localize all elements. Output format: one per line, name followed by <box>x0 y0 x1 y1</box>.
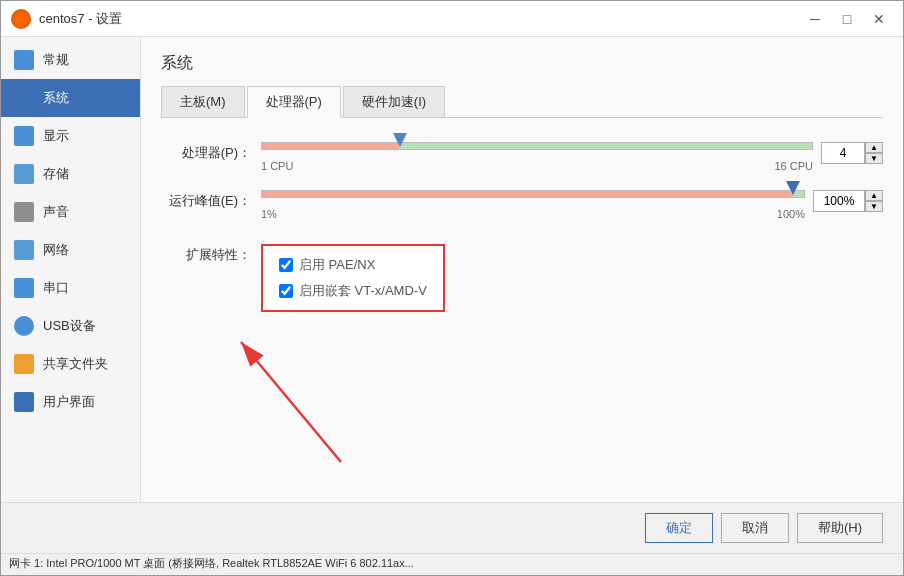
sidebar-item-general[interactable]: 常规 <box>1 41 140 79</box>
network-icon <box>13 239 35 261</box>
processor-slider-labels: 1 CPU 16 CPU <box>261 160 813 172</box>
execution-slider-thumb[interactable] <box>786 181 800 195</box>
pae-nx-row: 启用 PAE/NX <box>279 256 427 274</box>
sidebar-label-storage: 存储 <box>43 165 69 183</box>
pae-nx-label: 启用 PAE/NX <box>299 256 375 274</box>
section-title: 系统 <box>161 53 883 74</box>
processor-slider-wrapper <box>261 134 813 158</box>
usb-icon <box>13 315 35 337</box>
sidebar-label-shared: 共享文件夹 <box>43 355 108 373</box>
ui-icon <box>13 391 35 413</box>
close-button[interactable]: ✕ <box>865 8 893 30</box>
system-icon <box>13 87 35 109</box>
content-area: 常规 系统 显示 存储 <box>1 37 903 502</box>
sidebar-label-serial: 串口 <box>43 279 69 297</box>
sidebar-item-shared[interactable]: 共享文件夹 <box>1 345 140 383</box>
sidebar-item-system[interactable]: 系统 <box>1 79 140 117</box>
processor-label: 处理器(P)： <box>161 144 261 162</box>
display-icon <box>13 125 35 147</box>
sidebar-item-serial[interactable]: 串口 <box>1 269 140 307</box>
title-bar: centos7 - 设置 ─ □ ✕ <box>1 1 903 37</box>
sidebar: 常规 系统 显示 存储 <box>1 37 141 502</box>
sidebar-item-audio[interactable]: 声音 <box>1 193 140 231</box>
window-controls: ─ □ ✕ <box>801 8 893 30</box>
audio-icon <box>13 201 35 223</box>
processor-spinner-buttons: ▲ ▼ <box>865 142 883 164</box>
extended-properties-box: 启用 PAE/NX 启用嵌套 VT-x/AMD-V <box>261 244 445 312</box>
execution-value-input[interactable] <box>813 190 865 212</box>
processor-value-input[interactable] <box>821 142 865 164</box>
processor-spinner: ▲ ▼ <box>821 142 883 164</box>
tab-bar: 主板(M) 处理器(P) 硬件加速(I) <box>161 86 883 118</box>
processor-increment-button[interactable]: ▲ <box>865 142 883 153</box>
red-arrow-annotation <box>221 322 401 482</box>
footer: 确定 取消 帮助(H) <box>1 502 903 553</box>
storage-icon <box>13 163 35 185</box>
sidebar-item-usb[interactable]: USB设备 <box>1 307 140 345</box>
bottom-area: 确定 取消 帮助(H) 网卡 1: Intel PRO/1000 MT 桌面 (… <box>1 502 903 575</box>
help-button[interactable]: 帮助(H) <box>797 513 883 543</box>
execution-row: 运行峰值(E)： 1% 100% <box>161 182 883 220</box>
processor-slider-thumb[interactable] <box>393 133 407 147</box>
status-text: 网卡 1: Intel PRO/1000 MT 桌面 (桥接网络, Realte… <box>9 557 414 569</box>
sidebar-label-network: 网络 <box>43 241 69 259</box>
tab-acceleration[interactable]: 硬件加速(I) <box>343 86 445 117</box>
svg-line-1 <box>241 342 341 462</box>
processor-row: 处理器(P)： 1 CPU 16 CPU <box>161 134 883 172</box>
nested-vt-checkbox[interactable] <box>279 284 293 298</box>
execution-increment-button[interactable]: ▲ <box>865 190 883 201</box>
execution-slider-wrapper <box>261 182 805 206</box>
execution-label: 运行峰值(E)： <box>161 192 261 210</box>
cancel-button[interactable]: 取消 <box>721 513 789 543</box>
ok-button[interactable]: 确定 <box>645 513 713 543</box>
execution-spinner: ▲ ▼ <box>813 190 883 212</box>
execution-spinner-buttons: ▲ ▼ <box>865 190 883 212</box>
sidebar-label-system: 系统 <box>43 89 69 107</box>
window-title: centos7 - 设置 <box>39 10 122 28</box>
main-window: centos7 - 设置 ─ □ ✕ 常规 系统 <box>0 0 904 576</box>
sidebar-label-audio: 声音 <box>43 203 69 221</box>
title-bar-left: centos7 - 设置 <box>11 9 122 29</box>
serial-icon <box>13 277 35 299</box>
processor-decrement-button[interactable]: ▼ <box>865 153 883 164</box>
nested-vt-label: 启用嵌套 VT-x/AMD-V <box>299 282 427 300</box>
sidebar-label-general: 常规 <box>43 51 69 69</box>
sidebar-item-ui[interactable]: 用户界面 <box>1 383 140 421</box>
processor-slider-container: 1 CPU 16 CPU <box>261 134 813 172</box>
sidebar-item-storage[interactable]: 存储 <box>1 155 140 193</box>
sidebar-item-network[interactable]: 网络 <box>1 231 140 269</box>
app-logo-icon <box>11 9 31 29</box>
extended-properties-row: 扩展特性： 启用 PAE/NX 启用嵌套 VT-x/AMD-V <box>161 244 883 312</box>
execution-decrement-button[interactable]: ▼ <box>865 201 883 212</box>
status-bar: 网卡 1: Intel PRO/1000 MT 桌面 (桥接网络, Realte… <box>1 553 903 575</box>
minimize-button[interactable]: ─ <box>801 8 829 30</box>
sidebar-label-ui: 用户界面 <box>43 393 95 411</box>
shared-folder-icon <box>13 353 35 375</box>
general-icon <box>13 49 35 71</box>
tab-processor[interactable]: 处理器(P) <box>247 86 341 118</box>
sidebar-item-display[interactable]: 显示 <box>1 117 140 155</box>
extended-label: 扩展特性： <box>161 244 261 264</box>
main-panel: 系统 主板(M) 处理器(P) 硬件加速(I) 处理器(P)： <box>141 37 903 502</box>
sidebar-label-display: 显示 <box>43 127 69 145</box>
execution-slider-container: 1% 100% <box>261 182 805 220</box>
tab-motherboard[interactable]: 主板(M) <box>161 86 245 117</box>
nested-vt-row: 启用嵌套 VT-x/AMD-V <box>279 282 427 300</box>
execution-slider-labels: 1% 100% <box>261 208 805 220</box>
annotation-area <box>161 312 883 502</box>
sidebar-label-usb: USB设备 <box>43 317 96 335</box>
pae-nx-checkbox[interactable] <box>279 258 293 272</box>
maximize-button[interactable]: □ <box>833 8 861 30</box>
